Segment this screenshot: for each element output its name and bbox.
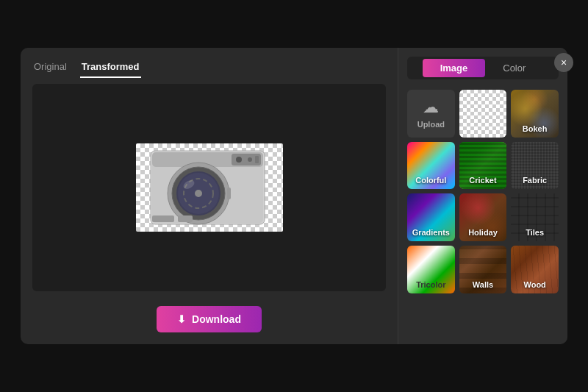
type-toggle: Image Color xyxy=(407,57,559,79)
download-button[interactable]: ⬇ Download xyxy=(157,306,262,332)
upload-icon: ☁ xyxy=(423,98,439,117)
bg-item-gradients[interactable]: Gradients xyxy=(407,193,455,241)
bg-fabric-label: Fabric xyxy=(511,176,559,185)
bg-item-cricket[interactable]: Cricket xyxy=(459,142,507,190)
bg-holiday-label: Holiday xyxy=(459,228,507,237)
bg-item-colorful[interactable]: Colorful xyxy=(407,142,455,190)
tab-transformed[interactable]: Transformed xyxy=(80,57,141,78)
download-icon: ⬇ xyxy=(177,313,186,325)
bg-item-wood[interactable]: Wood xyxy=(511,246,559,293)
svg-rect-16 xyxy=(178,215,193,222)
bg-item-transparent[interactable] xyxy=(459,90,507,138)
type-color-button[interactable]: Color xyxy=(485,59,543,77)
svg-rect-15 xyxy=(152,215,174,222)
background-grid: ☁ Upload Bokeh Colorful Cricket xyxy=(407,90,559,293)
bg-item-tiles[interactable]: Tiles xyxy=(511,193,559,241)
bg-item-fabric[interactable]: Fabric xyxy=(511,142,559,190)
svg-rect-6 xyxy=(255,156,259,163)
modal-container: Original Transformed xyxy=(21,48,567,344)
bg-gradients-label: Gradients xyxy=(407,228,455,237)
bg-cricket-label: Cricket xyxy=(459,176,507,185)
bg-bokeh-label: Bokeh xyxy=(511,124,559,133)
bg-colorful-label: Colorful xyxy=(407,176,455,185)
type-image-button[interactable]: Image xyxy=(423,59,486,77)
bg-walls-label: Walls xyxy=(459,280,507,289)
close-icon: × xyxy=(561,57,567,68)
bg-item-bokeh[interactable]: Bokeh xyxy=(511,90,559,138)
svg-point-12 xyxy=(195,190,202,197)
bg-item-upload[interactable]: ☁ Upload xyxy=(407,90,455,138)
svg-rect-13 xyxy=(227,188,231,199)
bg-item-walls[interactable]: Walls xyxy=(459,246,507,293)
svg-point-5 xyxy=(248,157,252,162)
download-label: Download xyxy=(192,313,241,325)
modal-left-panel: Original Transformed xyxy=(21,48,398,344)
tab-bar: Original Transformed xyxy=(21,48,398,78)
washing-machine-image xyxy=(136,143,283,232)
svg-point-4 xyxy=(236,157,242,163)
bg-wood-label: Wood xyxy=(511,280,559,289)
modal-right-panel: Image Color ☁ Upload Bokeh Colorful xyxy=(398,48,567,344)
canvas-area xyxy=(32,84,386,291)
bg-item-tricolor[interactable]: Tricolor xyxy=(407,246,455,293)
image-container xyxy=(136,143,283,232)
upload-label: Upload xyxy=(417,120,445,129)
close-button[interactable]: × xyxy=(554,53,573,72)
tab-original[interactable]: Original xyxy=(32,57,68,78)
download-area: ⬇ Download xyxy=(21,297,398,344)
bg-tricolor-label: Tricolor xyxy=(407,280,455,289)
bg-item-holiday[interactable]: Holiday xyxy=(459,193,507,241)
bg-tiles-label: Tiles xyxy=(511,228,559,237)
